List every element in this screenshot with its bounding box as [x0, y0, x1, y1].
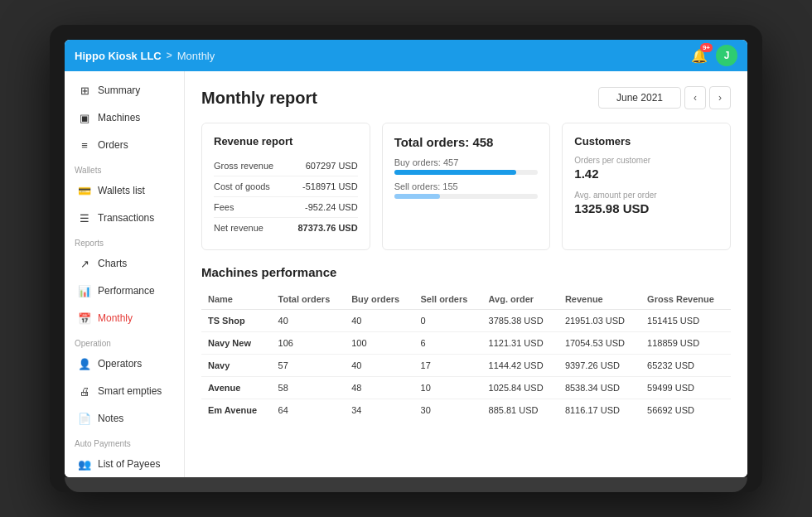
machine-data-cell: 59499 USD: [640, 377, 731, 399]
sidebar-item-notes[interactable]: 📄 Notes: [68, 405, 181, 432]
sidebar-item-wallets-list[interactable]: 💳 Wallets list: [68, 177, 181, 204]
sidebar-label-smart-empties: Smart empties: [98, 385, 162, 397]
machine-data-cell: 1144.42 USD: [482, 355, 558, 377]
user-avatar[interactable]: J: [716, 45, 737, 66]
sidebar-item-smart-empties[interactable]: 🖨 Smart empties: [68, 378, 181, 404]
revenue-row-net: Net revenue 87373.76 USD: [214, 218, 358, 238]
charts-icon: ↗: [78, 257, 91, 270]
machine-data-cell: 100: [345, 332, 413, 355]
buy-orders-row: Buy orders: 457: [394, 157, 539, 175]
machine-name-cell: Avenue: [201, 377, 272, 399]
table-row: Navy New10610061121.31 USD17054.53 USD11…: [201, 332, 731, 355]
sidebar-item-orders[interactable]: ≡ Orders: [68, 132, 181, 158]
col-buy-orders: Buy orders: [345, 289, 413, 310]
operators-icon: 👤: [78, 357, 91, 370]
laptop-frame: Hippo Kiosk LLC > Monthly 🔔 9+ J: [50, 25, 762, 492]
machine-data-cell: 57: [272, 355, 346, 377]
orders-card: Total orders: 458 Buy orders: 457 Sell o…: [382, 123, 551, 250]
sidebar-item-performance[interactable]: 📊 Performance: [68, 278, 181, 304]
summary-icon: ⊞: [78, 84, 91, 97]
top-nav-right: 🔔 9+ J: [689, 45, 737, 66]
machine-data-cell: 40: [345, 355, 413, 377]
col-name: Name: [201, 289, 272, 310]
orders-per-customer-stat: Orders per customer 1.42: [574, 156, 718, 181]
sell-orders-bar: [394, 194, 441, 199]
machine-data-cell: 106: [272, 332, 346, 355]
table-row: Navy5740171144.42 USD9397.26 USD65232 US…: [201, 355, 731, 377]
sidebar-label-performance: Performance: [98, 285, 155, 297]
machine-data-cell: 8538.34 USD: [558, 377, 640, 399]
main-layout: ⊞ Summary ▣ Machines ≡ Orders Wallets 💳: [65, 71, 747, 477]
machine-data-cell: 17054.53 USD: [558, 332, 640, 355]
avatar-initial: J: [724, 50, 730, 61]
revenue-row-gross: Gross revenue 607297 USD: [214, 156, 358, 176]
machine-data-cell: 17: [414, 355, 482, 377]
notes-icon: 📄: [78, 412, 91, 425]
cost-of-goods-value: -518971 USD: [302, 181, 358, 191]
date-next-button[interactable]: ›: [709, 86, 731, 109]
table-row: Avenue5848101025.84 USD8538.34 USD59499 …: [201, 377, 731, 399]
sidebar-item-machines[interactable]: ▣ Machines: [68, 104, 181, 131]
breadcrumb-page: Monthly: [177, 50, 215, 62]
table-row: Em Avenue643430885.81 USD8116.17 USD5669…: [201, 399, 731, 422]
sidebar-item-summary[interactable]: ⊞ Summary: [68, 77, 181, 104]
machine-data-cell: 9397.26 USD: [558, 355, 640, 377]
col-total-orders: Total orders: [272, 289, 346, 310]
sidebar-label-operators: Operators: [98, 358, 142, 370]
machine-data-cell: 58: [272, 377, 346, 399]
transactions-icon: ☰: [78, 211, 91, 225]
sidebar-label-notes: Notes: [98, 413, 123, 424]
table-row: TS Shop404003785.38 USD21951.03 USD15141…: [201, 310, 731, 332]
main-content: Monthly report June 2021 ‹ › Revenue rep…: [185, 71, 747, 477]
date-prev-button[interactable]: ‹: [684, 86, 706, 109]
machine-data-cell: 0: [414, 310, 482, 332]
sidebar-label-charts: Charts: [98, 258, 127, 269]
sidebar-label-list-of-payees: List of Payees: [98, 458, 160, 470]
machine-data-cell: 3785.38 USD: [482, 310, 558, 332]
sidebar-item-operators[interactable]: 👤 Operators: [68, 350, 181, 377]
machine-data-cell: 10: [414, 377, 482, 399]
orders-per-customer-label: Orders per customer: [574, 156, 718, 165]
sidebar-label-orders: Orders: [98, 139, 128, 151]
laptop-screen: Hippo Kiosk LLC > Monthly 🔔 9+ J: [65, 40, 747, 477]
machine-data-cell: 1121.31 USD: [482, 332, 558, 355]
content-header: Monthly report June 2021 ‹ ›: [201, 86, 731, 109]
machine-name-cell: TS Shop: [201, 310, 272, 332]
net-revenue-value: 87373.76 USD: [297, 223, 357, 233]
notification-badge: 9+: [700, 43, 713, 52]
notification-button[interactable]: 🔔 9+: [689, 46, 709, 65]
sidebar-item-list-of-payees[interactable]: 👥 List of Payees: [68, 451, 181, 477]
fees-label: Fees: [214, 202, 234, 212]
buy-orders-bar: [394, 170, 517, 175]
sidebar-item-monthly[interactable]: 📅 Monthly: [68, 305, 181, 331]
machine-data-cell: 48: [345, 377, 413, 399]
machine-data-cell: 118859 USD: [640, 332, 731, 355]
wallets-list-icon: 💳: [78, 184, 91, 197]
section-label-operation: Operation: [65, 332, 184, 350]
cards-row: Revenue report Gross revenue 607297 USD …: [201, 123, 731, 250]
sidebar-label-transactions: Transactions: [98, 212, 154, 224]
section-label-auto-payments: Auto Payments: [65, 432, 184, 450]
sell-orders-label: Sell orders: 155: [394, 181, 539, 191]
machine-data-cell: 6: [414, 332, 482, 355]
sidebar: ⊞ Summary ▣ Machines ≡ Orders Wallets 💳: [65, 71, 185, 477]
monthly-icon: 📅: [78, 312, 91, 325]
customers-card-title: Customers: [574, 135, 718, 147]
machine-name-cell: Navy New: [201, 332, 272, 355]
revenue-row-fees: Fees -952.24 USD: [214, 197, 358, 218]
orders-icon: ≡: [78, 138, 91, 152]
sidebar-label-summary: Summary: [98, 85, 140, 96]
machine-name-cell: Em Avenue: [201, 399, 272, 422]
sidebar-item-transactions[interactable]: ☰ Transactions: [68, 205, 181, 231]
sidebar-item-charts[interactable]: ↗ Charts: [68, 250, 181, 277]
sidebar-label-monthly: Monthly: [98, 312, 133, 324]
machine-data-cell: 30: [414, 399, 482, 422]
performance-icon: 📊: [78, 284, 91, 297]
avg-amount-value: 1325.98 USD: [574, 201, 718, 215]
machine-data-cell: 65232 USD: [640, 355, 731, 377]
machines-icon: ▣: [78, 111, 91, 124]
breadcrumb: Hippo Kiosk LLC > Monthly: [75, 50, 215, 62]
col-revenue: Revenue: [558, 289, 640, 310]
col-gross-revenue: Gross Revenue: [640, 289, 731, 310]
machine-data-cell: 8116.17 USD: [558, 399, 640, 422]
